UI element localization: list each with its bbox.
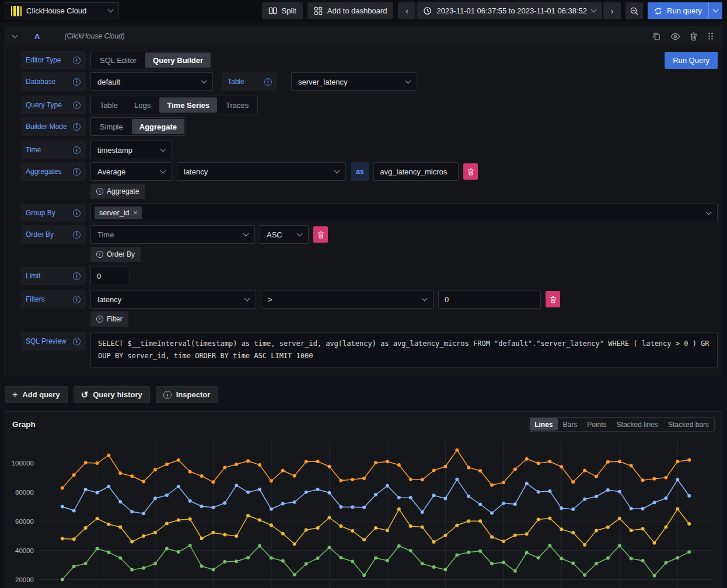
query-header[interactable]: A (ClickHouse Cloud)	[5, 26, 722, 46]
collapse-chevron-icon[interactable]	[12, 32, 18, 38]
database-select[interactable]: default	[90, 72, 213, 91]
info-icon[interactable]: i	[73, 57, 81, 64]
option-simple[interactable]: Simple	[92, 119, 131, 134]
chart-svg[interactable]: 2000040000600008000010000006:38:0006:38:…	[10, 435, 718, 588]
remove-filter-button[interactable]	[546, 291, 560, 307]
info-icon[interactable]: i	[73, 231, 81, 239]
datasource-picker[interactable]: ClickHouse Cloud	[5, 2, 119, 19]
series-point	[142, 480, 145, 484]
series-point	[490, 536, 494, 539]
time-series-chart[interactable]: 2000040000600008000010000006:38:0006:38:…	[5, 434, 722, 588]
chevron-down-icon	[160, 167, 166, 173]
series-point	[571, 531, 575, 534]
apps-grid-icon	[314, 6, 323, 15]
option-table[interactable]: Table	[92, 97, 125, 113]
info-icon[interactable]: i	[73, 272, 81, 280]
series-point	[293, 542, 296, 546]
series-point	[513, 569, 517, 573]
info-icon[interactable]: i	[73, 338, 81, 345]
remove-tag-icon[interactable]: ×	[133, 209, 137, 217]
inspector-button[interactable]: i Inspector	[156, 386, 218, 403]
series-point	[72, 565, 76, 568]
order-by-field-select[interactable]: Time	[90, 225, 255, 244]
series-point	[432, 469, 436, 473]
drag-handle-icon[interactable]	[707, 32, 714, 40]
run-query-button[interactable]: Run query	[648, 2, 708, 19]
option-traces[interactable]: Traces	[218, 97, 256, 113]
option-time-series[interactable]: Time Series	[159, 97, 217, 113]
option-bars[interactable]: Bars	[558, 418, 582, 430]
duplicate-query-icon[interactable]	[652, 32, 661, 41]
time-range-picker[interactable]: 2023-11-01 06:37:55 to 2023-11-01 06:38:…	[417, 2, 602, 19]
info-icon[interactable]: i	[73, 146, 81, 154]
series-point	[246, 514, 250, 517]
series-point	[687, 494, 691, 498]
time-column-select[interactable]: timestamp	[90, 141, 172, 159]
table-select[interactable]: server_latency	[291, 72, 417, 91]
series-point	[397, 463, 401, 467]
series-point	[641, 507, 645, 510]
series-point	[130, 568, 134, 572]
info-icon[interactable]: i	[73, 296, 81, 303]
series-point	[258, 463, 261, 467]
filter-field-select[interactable]: latency	[90, 290, 256, 309]
group-by-label: Group Byi	[20, 204, 86, 222]
time-range-text: 2023-11-01 06:37:55 to 2023-11-01 06:38:…	[436, 6, 587, 15]
limit-input[interactable]	[90, 267, 130, 285]
remove-order-by-button[interactable]	[313, 226, 328, 243]
toggle-visibility-icon[interactable]	[670, 32, 680, 41]
add-order-by-button[interactable]: + Order By	[90, 247, 141, 262]
option-stacked-bars[interactable]: Stacked bars	[663, 418, 714, 430]
option-points[interactable]: Points	[582, 418, 611, 430]
time-range-back-button[interactable]: ‹	[398, 2, 415, 19]
info-icon[interactable]: i	[73, 168, 81, 176]
time-range-forward-button[interactable]: ›	[603, 2, 621, 19]
query-history-button[interactable]: ↺ Query history	[74, 386, 150, 403]
remove-aggregate-button[interactable]	[463, 163, 478, 180]
zoom-out-button[interactable]	[625, 2, 643, 19]
aggregate-function-select[interactable]: Average	[90, 162, 172, 181]
info-icon[interactable]: i	[73, 209, 81, 217]
order-by-direction-select[interactable]: ASC	[260, 225, 309, 244]
option-lines[interactable]: Lines	[530, 418, 557, 430]
series-point	[409, 549, 413, 552]
sql-preview-label: SQL Previewi	[20, 332, 86, 351]
split-button[interactable]: Split	[262, 2, 303, 19]
info-icon[interactable]: i	[73, 78, 81, 86]
series-point	[351, 560, 354, 564]
info-icon[interactable]: i	[73, 102, 81, 109]
filter-operator-select[interactable]: >	[261, 290, 434, 309]
info-icon[interactable]: i	[73, 123, 81, 131]
series-point	[653, 574, 656, 578]
option-aggregate[interactable]: Aggregate	[132, 119, 184, 134]
aggregate-column-select[interactable]: latency	[177, 162, 346, 181]
remove-query-icon[interactable]	[690, 32, 698, 41]
series-point	[281, 502, 285, 506]
series-point	[595, 529, 598, 533]
add-query-button[interactable]: + Add query	[5, 386, 68, 403]
series-point	[84, 488, 88, 491]
option-logs[interactable]: Logs	[127, 97, 158, 113]
add-to-dashboard-button[interactable]: Add to dashboard	[307, 2, 394, 19]
series-point	[84, 461, 88, 464]
series-point	[153, 531, 157, 534]
option-sql-editor[interactable]: SQL Editor	[92, 52, 144, 68]
run-query-inline-button[interactable]: Run Query	[665, 52, 718, 69]
series-point	[362, 506, 366, 509]
group-by-tag[interactable]: server_id×	[95, 206, 142, 219]
option-stacked-lines[interactable]: Stacked lines	[612, 418, 663, 430]
series-point	[374, 493, 378, 496]
group-by-select[interactable]: server_id×	[90, 204, 718, 222]
run-query-dropdown-button[interactable]	[708, 2, 722, 19]
series-point	[397, 496, 401, 499]
option-query-builder[interactable]: Query Builder	[145, 52, 211, 68]
aggregate-alias-input[interactable]	[373, 162, 459, 181]
add-filter-button[interactable]: + Filter	[90, 312, 128, 327]
series-point	[421, 510, 424, 514]
time-range-controls: ‹ 2023-11-01 06:37:55 to 2023-11-01 06:3…	[398, 2, 621, 19]
add-aggregate-button[interactable]: + Aggregate	[90, 184, 145, 199]
info-icon[interactable]: i	[264, 78, 272, 86]
order-by-label: Order Byi	[20, 225, 86, 244]
filter-value-input[interactable]	[438, 290, 541, 309]
info-icon: i	[163, 391, 172, 399]
